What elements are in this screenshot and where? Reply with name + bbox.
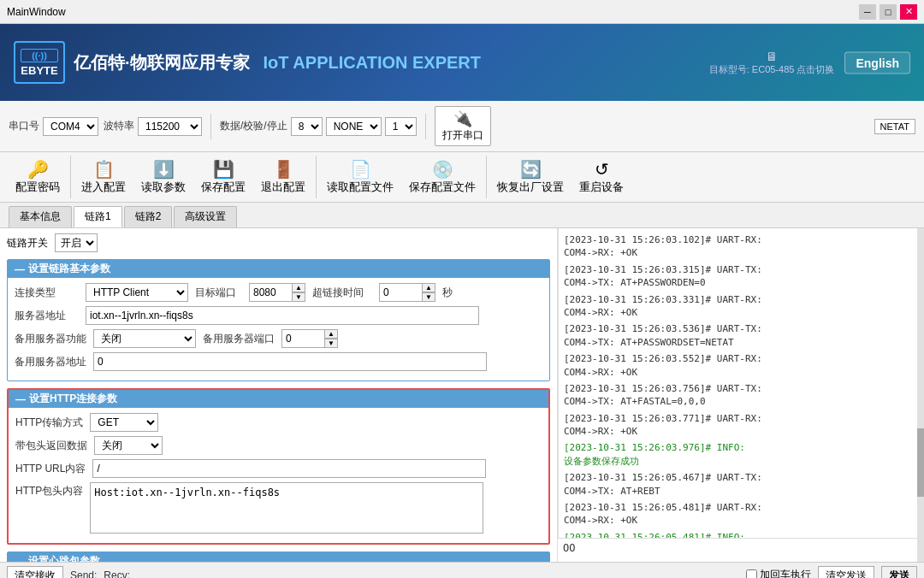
backup-port-input[interactable]: [281, 329, 324, 348]
toolbar-sep-1: [210, 114, 211, 139]
target-port-up[interactable]: ▲: [292, 283, 305, 292]
baud-select[interactable]: 115200: [138, 117, 202, 136]
switch-row: 链路开关 开启: [7, 233, 550, 252]
titlebar-title: MainWindow: [7, 6, 66, 18]
header: ((·)) EBYTE 亿佰特·物联网应用专家 IoT APPLICATION …: [0, 24, 924, 101]
close-button[interactable]: ✕: [900, 4, 917, 20]
tab-advanced[interactable]: 高级设置: [174, 206, 237, 227]
enter-config-label: 进入配置: [81, 180, 126, 195]
http-method-row: HTTP传输方式 GET: [15, 413, 542, 432]
save-config-label: 保存配置: [201, 180, 246, 195]
minimize-button[interactable]: ─: [859, 4, 876, 20]
config-password-label: 配置密码: [15, 180, 60, 195]
http-url-label: HTTP URL内容: [15, 462, 86, 476]
http-url-input[interactable]: [92, 459, 486, 478]
server-addr-input[interactable]: [86, 306, 479, 325]
http-header-textarea[interactable]: Host:iot.xn--1jvrln.xn--fiqs8s: [90, 482, 483, 534]
reboot-label: 重启设备: [579, 180, 624, 195]
tab-link2[interactable]: 链路2: [124, 206, 173, 227]
exit-config-button[interactable]: 🚪 退出配置: [254, 156, 312, 198]
parity-select[interactable]: NONE: [326, 117, 382, 136]
conn-type-row: 连接类型 HTTP Client 目标端口 ▲ ▼ 超链接时间: [15, 283, 542, 302]
enter-config-button[interactable]: 📋 进入配置: [74, 156, 133, 198]
save-config-button[interactable]: 💾 保存配置: [194, 156, 252, 198]
section-basic-params: 设置链路基本参数 连接类型 HTTP Client 目标端口 ▲ ▼: [7, 259, 550, 381]
save-config-icon: 💾: [213, 159, 234, 180]
read-params-button[interactable]: ⬇️ 读取参数: [134, 156, 192, 198]
reconnect-up[interactable]: ▲: [422, 283, 435, 292]
language-button[interactable]: English: [844, 51, 910, 74]
clear-recv-button[interactable]: 清空接收: [7, 566, 63, 579]
reconnect-spinner-btns: ▲ ▼: [422, 283, 435, 302]
conn-type-label: 连接类型: [15, 286, 79, 300]
backup-fn-label: 备用服务器功能: [15, 332, 86, 346]
reconnect-unit: 秒: [442, 286, 453, 300]
switch-label: 链路开关: [7, 236, 48, 251]
icon-toolbar: 🔑 配置密码 📋 进入配置 ⬇️ 读取参数 💾 保存配置 🚪 退出配置 📄 读取…: [0, 152, 924, 203]
subtitle-text: IoT APPLICATION EXPERT: [264, 53, 481, 73]
icon-sep-1: [70, 156, 71, 198]
netat-button[interactable]: NETAT: [874, 119, 915, 134]
header-right: 🖥 目标型号: EC05-485 点击切换 English: [709, 50, 910, 76]
log-entry-6: [2023-10-31 15:26:03.771]# UART-RX:COM4-…: [564, 412, 914, 439]
read-file-button[interactable]: 📄 读取配置文件: [320, 156, 400, 198]
target-port-input[interactable]: [249, 283, 292, 302]
ebyte-logo-icon: ((·)) EBYTE: [14, 41, 65, 84]
baud-label: 波特率: [104, 119, 134, 133]
log-output: OO: [558, 538, 924, 562]
open-port-button[interactable]: 🔌 打开串口: [435, 106, 491, 146]
log-area[interactable]: [2023-10-31 15:26:03.102]# UART-RX:COM4-…: [558, 228, 924, 538]
reboot-icon: ↺: [595, 159, 609, 180]
switch-select[interactable]: 开启: [55, 233, 98, 252]
loop-execute-checkbox-label: 加回车执行: [746, 568, 811, 578]
backup-addr-input[interactable]: [93, 352, 487, 371]
http-header-row: HTTP包头内容 Host:iot.xn--1jvrln.xn--fiqs8s: [15, 482, 542, 534]
port-select[interactable]: COM4: [43, 117, 98, 136]
log-entry-0: [2023-10-31 15:26:03.102]# UART-RX:COM4-…: [564, 233, 914, 260]
maximize-button[interactable]: □: [880, 4, 897, 20]
return-data-select[interactable]: 关闭: [94, 436, 163, 455]
open-port-label: 打开串口: [442, 128, 483, 143]
stop-select[interactable]: 1: [385, 117, 417, 136]
section-heartbeat-header: 设置心跳包参数: [8, 552, 549, 562]
read-params-icon: ⬇️: [153, 159, 175, 180]
reboot-button[interactable]: ↺ 重启设备: [572, 156, 631, 198]
exit-config-icon: 🚪: [273, 159, 294, 180]
reconnect-down[interactable]: ▼: [422, 292, 435, 302]
backup-port-up[interactable]: ▲: [324, 329, 338, 339]
send-button[interactable]: 发送: [881, 566, 917, 579]
scrollbar-thumb[interactable]: [917, 428, 924, 497]
section-heartbeat: 设置心跳包参数 心跳包功能 关闭 心跳包内容 IMEI: [7, 551, 550, 562]
reconnect-label: 超链接时间: [312, 286, 372, 300]
open-port-icon: 🔌: [453, 109, 472, 128]
log-entry-9: [2023-10-31 15:26:05.481]# UART-RX:COM4-…: [564, 501, 914, 528]
backup-port-spinner: ▲ ▼: [281, 329, 338, 348]
icon-sep-2: [316, 156, 317, 198]
read-params-label: 读取参数: [141, 180, 186, 195]
save-file-label: 保存配置文件: [409, 180, 476, 195]
target-info[interactable]: 🖥 目标型号: EC05-485 点击切换: [709, 50, 835, 76]
save-file-button[interactable]: 💿 保存配置文件: [402, 156, 483, 198]
data-select[interactable]: 8: [291, 117, 323, 136]
section-basic-body: 连接类型 HTTP Client 目标端口 ▲ ▼ 超链接时间: [8, 278, 549, 380]
left-panel: 链路开关 开启 设置链路基本参数 连接类型 HTTP Client 目标端口: [0, 228, 558, 562]
http-method-select[interactable]: GET: [90, 413, 158, 432]
tab-bar: 基本信息 链路1 链路2 高级设置: [0, 203, 924, 228]
tab-basic-info[interactable]: 基本信息: [9, 206, 72, 227]
factory-reset-button[interactable]: 🔄 恢复出厂设置: [490, 156, 571, 198]
config-password-button[interactable]: 🔑 配置密码: [9, 156, 67, 198]
reconnect-input[interactable]: [379, 283, 422, 302]
brand-text: 亿佰特·物联网应用专家: [74, 51, 250, 74]
return-data-row: 带包头返回数据 关闭: [15, 436, 542, 455]
section-http-body: HTTP传输方式 GET 带包头返回数据 关闭 HTTP URL内容: [9, 408, 548, 543]
backup-port-down[interactable]: ▼: [324, 339, 338, 348]
loop-execute-label: 加回车执行: [760, 568, 811, 578]
loop-execute-checkbox[interactable]: [746, 569, 757, 578]
check-group: 数据/校验/停止 8 NONE 1: [220, 117, 417, 136]
tab-link1[interactable]: 链路1: [74, 206, 122, 227]
backup-fn-select[interactable]: 关闭: [93, 329, 196, 348]
clear-send-button[interactable]: 清空发送: [818, 566, 874, 579]
target-port-down[interactable]: ▼: [292, 292, 305, 302]
port-label: 串口号: [9, 119, 39, 133]
conn-type-select[interactable]: HTTP Client: [86, 283, 188, 302]
